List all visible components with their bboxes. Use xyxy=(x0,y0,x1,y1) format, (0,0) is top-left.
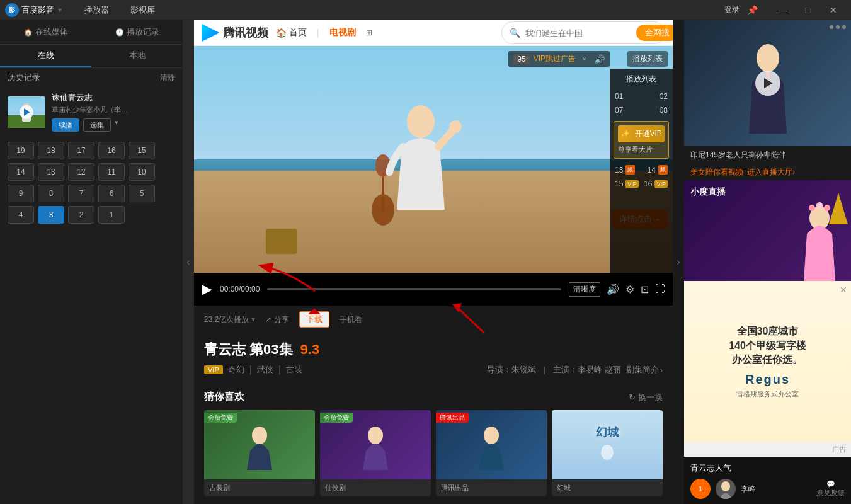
episode-button-19[interactable]: 19 xyxy=(8,142,34,159)
minimize-button[interactable]: — xyxy=(770,0,796,20)
playlist-vip-section: ✨ 开通VIP 尊享看大片 xyxy=(614,121,669,159)
nav-arrow-right[interactable]: › xyxy=(673,20,684,504)
recommend-card-2[interactable]: 会员免费 仙侠剧 xyxy=(320,410,431,496)
share-button[interactable]: ↗ 分享 xyxy=(265,314,289,325)
sub-tab-local[interactable]: 本地 xyxy=(91,45,183,67)
select-episode-button[interactable]: 选集 xyxy=(83,118,111,132)
nav-player[interactable]: 播放器 xyxy=(74,2,119,18)
playlist-ep-13[interactable]: 13 xyxy=(615,166,623,175)
playlist-ep-02[interactable]: 02 xyxy=(660,92,668,101)
ad-close-icon[interactable]: × xyxy=(582,55,586,64)
svg-marker-11 xyxy=(308,308,321,314)
playlist-ep-08[interactable]: 08 xyxy=(660,106,668,115)
login-button[interactable]: 登录 xyxy=(724,4,740,15)
feedback-button[interactable]: 💬 意见反馈 xyxy=(817,480,845,498)
progress-bar[interactable] xyxy=(267,288,561,290)
maximize-button[interactable]: □ xyxy=(796,0,821,20)
playlist-ep-row-3: 13 频 14 频 xyxy=(610,163,673,177)
playlist-ep-07[interactable]: 07 xyxy=(615,106,623,115)
svg-point-17 xyxy=(601,445,614,460)
live-link-button[interactable]: 进入直播大厅› xyxy=(747,167,795,178)
mobile-watch-button[interactable]: 手机看 xyxy=(340,314,362,325)
recent-info: 诛仙青云志 草庙村少年张小凡（李… 续播 选集 ▾ xyxy=(52,92,175,132)
chat-icon: 💬 xyxy=(826,480,835,488)
playlist-side-panel: 播放列表 01 02 07 08 ✨ 开通 xyxy=(610,69,673,273)
settings-button[interactable]: ⚙ xyxy=(625,284,634,295)
live-banner: 小度直播 xyxy=(684,180,851,281)
grid-icon[interactable]: ⊞ xyxy=(366,28,372,37)
nav-library[interactable]: 影视库 xyxy=(120,2,165,18)
recommend-card-4[interactable]: 幻城 幻城 xyxy=(552,410,663,496)
episode-button-7[interactable]: 7 xyxy=(68,185,94,202)
episode-button-1[interactable]: 1 xyxy=(98,206,125,224)
playlist-ep-15[interactable]: 15 xyxy=(615,180,623,188)
sidebar-tab-online-media[interactable]: 🏠 在线媒体 xyxy=(0,20,91,44)
open-vip-button[interactable]: ✨ 开通VIP xyxy=(618,125,665,142)
close-button[interactable]: ✕ xyxy=(821,0,846,20)
history-clear-button[interactable]: 清除 xyxy=(160,72,175,83)
episode-button-5[interactable]: 5 xyxy=(129,185,155,202)
episode-button-2[interactable]: 2 xyxy=(68,206,94,224)
episode-button-16[interactable]: 16 xyxy=(98,142,125,159)
refresh-button[interactable]: ↻ 换一换 xyxy=(629,392,663,403)
svg-point-21 xyxy=(816,202,823,209)
playlist-toggle-button[interactable]: 播放列表 xyxy=(627,51,668,67)
episode-button-13[interactable]: 13 xyxy=(38,163,64,181)
app-logo: 影 百度影音 ▾ xyxy=(5,3,62,17)
episode-button-6[interactable]: 6 xyxy=(98,185,125,202)
ad-close-icon[interactable]: ✕ xyxy=(840,285,847,295)
ad-volume-icon[interactable]: 🔊 xyxy=(594,54,605,64)
refresh-icon: ↻ xyxy=(629,392,636,402)
episode-button-12[interactable]: 12 xyxy=(68,163,94,181)
episode-button-14[interactable]: 14 xyxy=(8,163,34,181)
episode-intro-button[interactable]: 剧集简介 › xyxy=(626,364,663,375)
right-panel-thumbnail xyxy=(684,20,851,146)
recommend-grid: 会员免费 古装剧 会员免费 仙侠剧 xyxy=(204,410,663,496)
recent-item[interactable]: 诛仙青云志 草庙村少年张小凡（李… 续播 选集 ▾ xyxy=(0,87,183,137)
episode-button-9[interactable]: 9 xyxy=(8,185,34,202)
clarity-button[interactable]: 清晰度 xyxy=(569,282,600,297)
playlist-ep-16[interactable]: 16 xyxy=(644,180,652,188)
play-pause-button[interactable]: ▶ xyxy=(202,281,212,297)
search-input[interactable] xyxy=(525,28,631,38)
tencent-nav-home[interactable]: 🏠 首页 xyxy=(276,27,307,38)
playlist-side-header[interactable]: 播放列表 xyxy=(610,69,673,89)
episode-button-17[interactable]: 17 xyxy=(68,142,94,159)
tag-ancient[interactable]: 古装 xyxy=(286,364,302,375)
fullscreen-button[interactable]: ⛶ xyxy=(655,284,665,295)
playlist-ep-01[interactable]: 01 xyxy=(615,92,623,101)
episode-button-11[interactable]: 11 xyxy=(98,163,125,181)
episode-button-15[interactable]: 15 xyxy=(129,142,155,159)
recommend-card-1[interactable]: 会员免费 古装剧 xyxy=(204,410,315,496)
tag-fantasy[interactable]: 奇幻 xyxy=(228,364,244,375)
theater-button[interactable]: ⊡ xyxy=(641,284,649,295)
tencent-nav-tv[interactable]: 电视剧 xyxy=(329,27,356,38)
right-panel-play-button[interactable] xyxy=(755,71,780,96)
history-header: 历史记录 清除 xyxy=(0,68,183,87)
live-text: 美女陪你看视频 xyxy=(690,167,743,178)
recommend-card-3[interactable]: 腾讯出品 腾讯出品 xyxy=(436,410,547,496)
episode-button-10[interactable]: 10 xyxy=(129,163,155,181)
playlist-ep-16-group: 16 VIP xyxy=(644,180,668,188)
app-title: 百度影音 xyxy=(21,4,54,16)
nav-arrow-left[interactable]: ‹ xyxy=(183,20,194,504)
tag-wuxia[interactable]: 武侠 xyxy=(257,364,273,375)
rec-card-title-2: 仙侠剧 xyxy=(325,483,426,493)
volume-button[interactable]: 🔊 xyxy=(607,284,619,295)
rec-card-title-4: 幻城 xyxy=(557,483,658,493)
episode-button-18[interactable]: 18 xyxy=(38,142,64,159)
pin-icon[interactable]: 📌 xyxy=(747,5,758,15)
svg-point-20 xyxy=(809,205,815,211)
episode-button-3[interactable]: 3 xyxy=(38,206,64,224)
playlist-ep-14[interactable]: 14 xyxy=(648,166,656,175)
rec-badge-1: 会员免费 xyxy=(204,413,237,423)
ad-skip-label[interactable]: VIP跳过广告 xyxy=(534,54,576,64)
recommend-header: 猜你喜欢 ↻ 换一换 xyxy=(204,391,663,404)
sidebar-tab-history[interactable]: 🕐 播放记录 xyxy=(91,20,183,44)
svg-marker-23 xyxy=(829,193,848,224)
continue-play-button[interactable]: 续播 xyxy=(52,118,79,132)
episode-button-8[interactable]: 8 xyxy=(38,185,64,202)
search-button[interactable]: 全网搜 xyxy=(636,25,673,41)
episode-button-4[interactable]: 4 xyxy=(8,206,34,224)
sub-tab-online[interactable]: 在线 xyxy=(0,45,91,67)
